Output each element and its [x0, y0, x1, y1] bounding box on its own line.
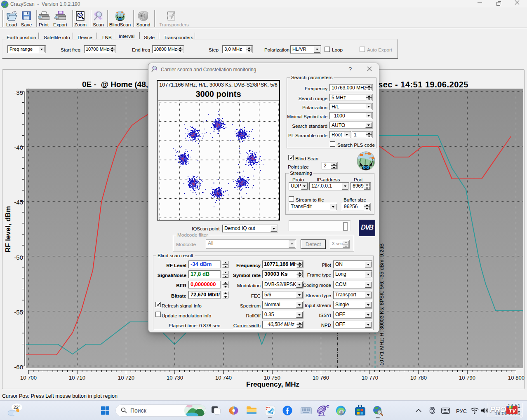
- svg-text:22°: 22°: [14, 405, 21, 410]
- svg-text:TV: TV: [509, 408, 516, 414]
